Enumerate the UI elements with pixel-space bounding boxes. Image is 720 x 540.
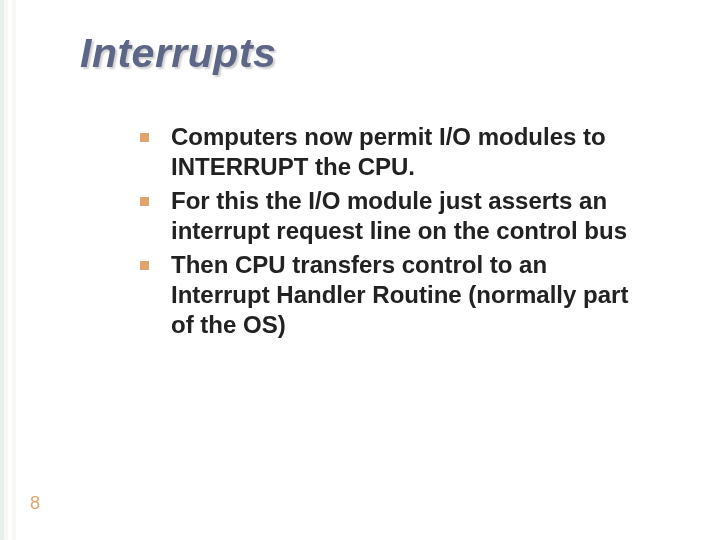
square-bullet-icon bbox=[140, 133, 149, 142]
square-bullet-icon bbox=[140, 261, 149, 270]
bullet-text: For this the I/O module just asserts an … bbox=[171, 186, 640, 246]
bullet-item: Computers now permit I/O modules to INTE… bbox=[140, 122, 640, 182]
slide-title: Interrupts bbox=[80, 30, 276, 77]
bullet-text: Computers now permit I/O modules to INTE… bbox=[171, 122, 640, 182]
bullet-text: Then CPU transfers control to an Interru… bbox=[171, 250, 640, 340]
bullet-item: Then CPU transfers control to an Interru… bbox=[140, 250, 640, 340]
slide-body: Computers now permit I/O modules to INTE… bbox=[140, 122, 640, 344]
slide-number: 8 bbox=[30, 493, 40, 514]
bullet-item: For this the I/O module just asserts an … bbox=[140, 186, 640, 246]
left-accent-bar bbox=[0, 0, 22, 540]
slide-container: Interrupts Computers now permit I/O modu… bbox=[0, 0, 720, 540]
square-bullet-icon bbox=[140, 197, 149, 206]
